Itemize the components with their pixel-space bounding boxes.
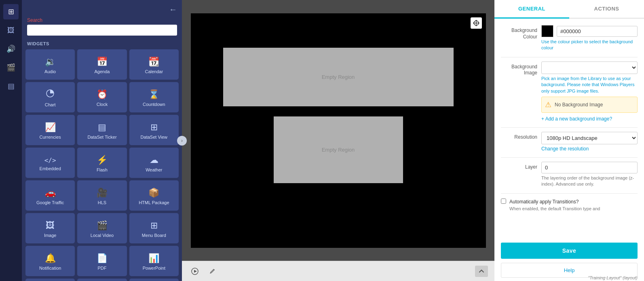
currencies-icon: 📈: [45, 122, 56, 133]
dataset-view-icon: ⊞: [150, 122, 158, 133]
region-top-label: Empty Region: [322, 74, 355, 80]
widget-clock-label: Clock: [80, 102, 124, 107]
widget-embedded[interactable]: </> Embedded: [25, 148, 75, 178]
widget-agenda-label: Agenda: [80, 69, 124, 74]
back-button[interactable]: ←: [169, 5, 177, 14]
bg-colour-label: BackgroundColour: [501, 25, 537, 40]
widget-local-video[interactable]: 🎬 Local Video: [77, 213, 127, 243]
widget-weather-label: Weather: [132, 167, 176, 172]
tab-general[interactable]: GENERAL: [494, 0, 569, 19]
widget-agenda[interactable]: 📅 Agenda: [77, 49, 127, 80]
bg-image-row: BackgroundImage Pick an image from the L…: [501, 61, 638, 122]
widget-panel: ← Search WIDGETS 🔉 Audio 📅 Agenda 📆 Cale…: [22, 0, 182, 281]
widget-calendar[interactable]: 📆 Calendar: [129, 49, 179, 80]
widget-html-package[interactable]: 📦 HTML Package: [129, 180, 179, 211]
widget-notification[interactable]: 🔔 Notification: [25, 246, 75, 276]
widget-flash-label: Flash: [80, 167, 124, 172]
widget-image-label: Image: [28, 233, 72, 238]
sidebar-item-audio[interactable]: 🔊: [3, 41, 19, 57]
color-swatch[interactable]: [541, 25, 553, 37]
widget-pdf[interactable]: 📄 PDF: [77, 246, 127, 276]
auto-transition-checkbox[interactable]: [501, 199, 506, 204]
widget-audio[interactable]: 🔉 Audio: [25, 49, 75, 80]
widget-embedded-label: Embedded: [28, 166, 72, 171]
region-top[interactable]: Empty Region: [223, 48, 454, 106]
auto-transition-row: Automatically apply Transitions? When en…: [501, 198, 638, 211]
widget-dataset-ticker[interactable]: ▤ DataSet Ticker: [77, 115, 127, 145]
widget-dataset-view-label: DataSet View: [132, 135, 176, 139]
embedded-icon: </>: [44, 156, 56, 164]
widget-stocks[interactable]: 📊 Stocks: [129, 279, 179, 281]
widget-image[interactable]: 🖼 Image: [25, 213, 75, 243]
sidebar-item-grid[interactable]: ⊞: [3, 4, 19, 19]
countdown-icon: ⌛: [148, 89, 159, 100]
widget-clock[interactable]: ⏰ Clock: [77, 82, 127, 112]
widget-pdf-label: PDF: [80, 266, 124, 270]
powerpoint-icon: 📊: [148, 253, 159, 264]
bg-colour-hint: Use the colour picker to select the back…: [541, 39, 638, 51]
widget-grid: 🔉 Audio 📅 Agenda 📆 Calendar Chart ⏰: [22, 49, 182, 281]
clock-icon: ⏰: [97, 89, 108, 100]
region-bottom-label: Empty Region: [322, 147, 355, 153]
notification-icon: 🔔: [45, 253, 56, 264]
layer-hint: The layering order of the background ima…: [541, 175, 638, 188]
widget-powerpoint[interactable]: 📊 PowerPoint: [129, 246, 179, 276]
play-button[interactable]: [188, 265, 201, 278]
widget-hls[interactable]: 🎥 HLS: [77, 180, 127, 211]
search-input[interactable]: [27, 25, 177, 36]
color-value-input[interactable]: [557, 26, 638, 37]
tab-actions[interactable]: ACTIONS: [569, 0, 644, 18]
resolution-row: Resolution 1080p HD Landscape 720p HD La…: [501, 132, 638, 152]
region-bottom[interactable]: Empty Region: [274, 116, 403, 183]
weather-icon: ☁: [150, 155, 158, 165]
layer-label: Layer: [501, 162, 537, 171]
bg-colour-row: BackgroundColour Use the colour picker t…: [501, 25, 638, 51]
widget-countdown-label: Countdown: [132, 102, 176, 107]
layer-control: The layering order of the background ima…: [541, 162, 638, 188]
widget-flash[interactable]: ⚡ Flash: [77, 148, 127, 178]
resolution-control: 1080p HD Landscape 720p HD Landscape 4K …: [541, 132, 638, 152]
resolution-label: Resolution: [501, 132, 537, 141]
widget-currencies-label: Currencies: [28, 135, 72, 139]
sidebar-item-layers[interactable]: ▤: [3, 78, 19, 94]
widget-shell-command[interactable]: >_ Shell Comma...: [25, 279, 75, 281]
html-package-icon: 📦: [148, 188, 159, 198]
layout-name-bar: "Training Layout" (layout): [588, 275, 638, 280]
flash-icon: ⚡: [97, 155, 108, 165]
widget-spacer[interactable]: ⌛ Spacer: [77, 279, 127, 281]
widget-audio-label: Audio: [28, 69, 72, 74]
icon-sidebar: ⊞ 🖼 🔊 🎬 ▤: [0, 0, 22, 281]
collapse-panel-arrow[interactable]: ›: [177, 136, 187, 146]
audio-icon: 🔉: [45, 57, 56, 67]
widget-html-package-label: HTML Package: [132, 200, 176, 205]
widget-chart[interactable]: Chart: [25, 82, 75, 112]
widget-menu-board[interactable]: ⊞ Menu Board: [129, 213, 179, 243]
change-resolution-link[interactable]: Change the resolution: [541, 146, 638, 152]
add-bg-image-link[interactable]: + Add a new background image?: [541, 116, 638, 122]
sidebar-item-image[interactable]: 🖼: [3, 23, 19, 38]
widget-dataset-view[interactable]: ⊞ DataSet View: [129, 115, 179, 145]
sidebar-item-video[interactable]: 🎬: [3, 60, 19, 75]
bg-colour-control: Use the colour picker to select the back…: [541, 25, 638, 51]
layer-input[interactable]: [541, 162, 638, 173]
widget-calendar-label: Calendar: [132, 69, 176, 74]
move-icon[interactable]: [471, 17, 482, 29]
menu-board-icon: ⊞: [150, 220, 158, 231]
widget-currencies[interactable]: 📈 Currencies: [25, 115, 75, 145]
local-video-icon: 🎬: [97, 220, 108, 231]
scroll-up-button[interactable]: [475, 266, 488, 277]
resolution-select[interactable]: 1080p HD Landscape 720p HD Landscape 4K …: [541, 132, 638, 144]
bg-image-warning-text: No Background Image: [555, 102, 603, 108]
auto-transition-hint: When enabled, the default Transition typ…: [509, 206, 600, 211]
widget-google-traffic-label: Google Traffic: [28, 200, 72, 205]
save-button[interactable]: Save: [501, 243, 638, 259]
auto-transition-label[interactable]: Automatically apply Transitions?: [509, 199, 579, 205]
bg-image-control: Pick an image from the Library to use as…: [541, 61, 638, 122]
hls-icon: 🎥: [97, 188, 108, 198]
widget-google-traffic[interactable]: 🚗 Google Traffic: [25, 180, 75, 211]
widget-countdown[interactable]: ⌛ Countdown: [129, 82, 179, 112]
bg-image-select[interactable]: [541, 61, 638, 74]
widget-weather[interactable]: ☁ Weather: [129, 148, 179, 178]
right-panel-tabs: GENERAL ACTIONS: [494, 0, 644, 19]
edit-button[interactable]: [206, 265, 219, 278]
